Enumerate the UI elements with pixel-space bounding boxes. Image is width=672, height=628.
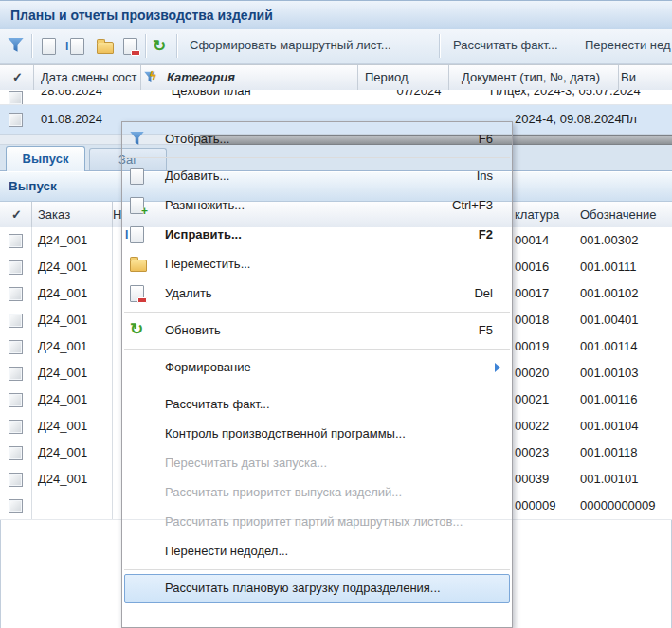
row-checkbox[interactable]	[9, 340, 23, 354]
context-menu: Отобрать...F6 Добавить...Ins + Размножит…	[121, 121, 513, 628]
cell-date: 28.06.2024	[41, 90, 102, 98]
menu-separator	[122, 309, 512, 316]
edit-page-icon[interactable]: I	[70, 38, 89, 57]
new-page-icon	[130, 168, 144, 188]
check-column-header[interactable]: ✓	[12, 70, 23, 84]
cell-nomenclature: 00017	[515, 286, 549, 300]
menu-item-delete[interactable]: УдалитьDel	[122, 279, 512, 309]
menu-item-filter[interactable]: Отобрать...F6	[122, 125, 512, 154]
menu-item-edit[interactable]: I Исправить...F2	[122, 221, 512, 250]
cell-order: Д24_001	[38, 445, 87, 459]
cell-order: Д24_001	[38, 286, 87, 300]
row-checkbox[interactable]	[9, 234, 23, 248]
filter-icon	[130, 131, 144, 149]
row-checkbox[interactable]	[9, 420, 23, 434]
cell-nomenclature: 00023	[515, 445, 549, 459]
carry-over-button[interactable]: Перенести нед	[585, 38, 670, 52]
cell-order: Д24_001	[38, 419, 87, 433]
row-checkbox[interactable]	[9, 287, 23, 301]
cell-order: Д24_001	[38, 472, 87, 486]
designation-column-header[interactable]: Обозначение	[580, 207, 656, 222]
cell-nomenclature: 00014	[515, 233, 549, 247]
vid-column-header[interactable]: Ви	[621, 70, 636, 84]
menu-item-calc-planned-load[interactable]: Рассчитать плановую загрузку подразделен…	[124, 574, 510, 603]
cell-designation: 001.00111	[580, 260, 637, 274]
delete-page-icon	[130, 285, 144, 305]
tab-vypusk[interactable]: Выпуск	[6, 146, 85, 171]
cell-designation: 00000000009	[580, 498, 656, 512]
cell-nomenclature: 000009	[515, 498, 555, 512]
period-column-header[interactable]: Период	[365, 70, 409, 84]
row-checkbox[interactable]	[9, 499, 23, 513]
menu-item-calc-release-priority: Рассчитать приоритет выпуска изделий...	[122, 478, 512, 508]
menu-item-duplicate[interactable]: + Размножить...Ctrl+F3	[122, 191, 512, 221]
cell-period: 07/2024	[396, 90, 441, 98]
menu-item-formation[interactable]: Формирование	[122, 353, 512, 383]
column-divider	[572, 227, 572, 519]
hidden-column-header[interactable]: Н	[113, 207, 121, 222]
cell-nomenclature: 00020	[515, 366, 549, 380]
row-checkbox[interactable]	[9, 113, 23, 127]
cell-designation: 001.00116	[580, 392, 638, 406]
row-checkbox[interactable]	[9, 473, 23, 487]
document-column-header[interactable]: Документ (тип, №, дата)	[462, 70, 600, 84]
refresh-icon: ↻	[130, 321, 143, 337]
menu-separator	[122, 566, 512, 574]
cell-order: Д24_001	[38, 339, 87, 353]
generate-route-sheet-button[interactable]: Сформировать маршрутный лист...	[190, 38, 391, 52]
toolbar-separator	[145, 34, 147, 58]
row-checkbox[interactable]	[9, 393, 23, 407]
check-column-header[interactable]: ✓	[11, 207, 22, 222]
menu-item-calc-fact[interactable]: Рассчитать факт...	[122, 390, 512, 420]
cell-vid: Пл	[621, 112, 637, 126]
calculate-fact-button[interactable]: Рассчитать факт...	[453, 38, 558, 52]
table-row[interactable]: 28.06.2024 Цеховой план 07/2024 ПЛцех, 2…	[0, 90, 672, 105]
cell-category: Цеховой план	[172, 90, 251, 98]
toolbar-separator	[439, 34, 441, 58]
nomenclature-column-header[interactable]: клатура	[515, 207, 559, 222]
cell-designation: 001.00104	[580, 419, 638, 433]
order-column-header[interactable]: Заказ	[38, 207, 70, 222]
new-page-icon[interactable]	[42, 38, 61, 57]
cell-nomenclature: 00039	[515, 472, 549, 486]
panel-title: Выпуск	[9, 179, 57, 193]
cell-nomenclature: 00019	[515, 339, 549, 353]
edit-page-icon: I	[130, 226, 144, 246]
menu-item-calc-batch-priority: Рассчитать приоритет партий маршрутных л…	[122, 508, 512, 537]
menu-item-recalc-launch-dates: Пересчитать даты запуска...	[122, 449, 512, 478]
window-title: Планы и отчеты производства изделий	[10, 8, 273, 23]
cell-date: 01.08.2024	[41, 112, 102, 126]
cell-designation: 001.00118	[580, 445, 638, 459]
cell-nomenclature: 00018	[515, 313, 549, 327]
cell-order: Д24_001	[38, 233, 87, 247]
move-folder-icon[interactable]	[97, 38, 116, 57]
cell-nomenclature: 00022	[515, 419, 549, 433]
row-checkbox[interactable]	[9, 367, 23, 381]
date-column-header[interactable]: Дата смены сост	[41, 70, 138, 84]
copy-page-icon: +	[130, 197, 144, 217]
category-column-header[interactable]: Категория	[167, 70, 235, 84]
toolbar-separator	[31, 34, 33, 58]
column-divider	[112, 227, 113, 519]
row-checkbox[interactable]	[9, 446, 23, 460]
refresh-icon[interactable]: ↻	[153, 38, 172, 57]
row-checkbox[interactable]	[9, 260, 23, 275]
cell-designation: 001.00101	[580, 472, 638, 486]
cell-order: Д24_001	[38, 260, 87, 274]
row-checkbox[interactable]	[9, 91, 23, 105]
delete-page-icon[interactable]	[123, 38, 142, 57]
menu-item-program-control[interactable]: Контроль производственной программы...	[122, 420, 512, 449]
cell-document: ПЛцех, 2024-3, 05.07.2024	[490, 90, 641, 98]
toolbar: I ↻ Сформировать маршрутный лист... Расс…	[0, 29, 672, 64]
menu-item-move[interactable]: Переместить...	[122, 250, 512, 279]
cell-designation: 001.00102	[580, 286, 638, 300]
menu-item-add[interactable]: Добавить...Ins	[122, 162, 512, 191]
menu-item-carry-over[interactable]: Перенести недодел...	[122, 537, 512, 566]
filter-icon[interactable]	[8, 37, 27, 56]
toolbar-separator	[176, 34, 178, 58]
row-checkbox[interactable]	[9, 314, 23, 328]
menu-item-refresh[interactable]: ↻ ОбновитьF5	[122, 316, 512, 346]
menu-separator	[122, 346, 512, 353]
menu-separator	[122, 154, 512, 162]
cell-designation: 001.00401	[580, 313, 638, 327]
